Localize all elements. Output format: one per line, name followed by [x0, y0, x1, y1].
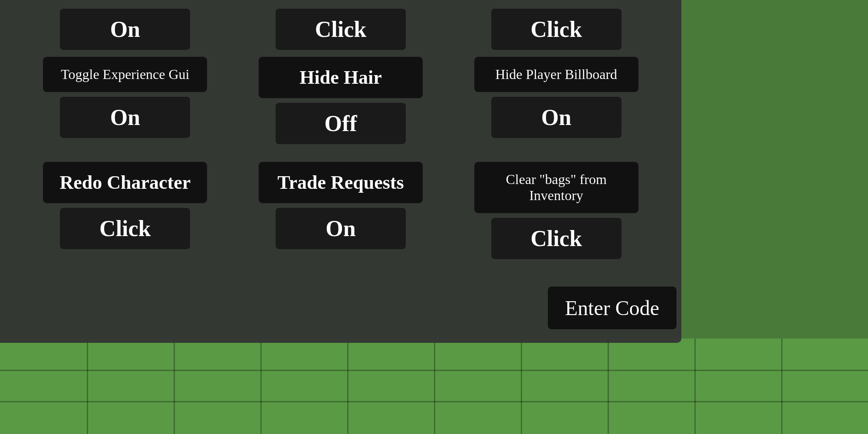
- grid-line: [174, 339, 175, 434]
- hide-hair-button[interactable]: Hide Hair: [258, 56, 423, 99]
- clear-bags-status[interactable]: Click: [491, 218, 621, 259]
- section-2: Redo Character Click Trade Requests On C…: [17, 161, 664, 259]
- hide-player-billboard-status[interactable]: On: [491, 97, 621, 138]
- trade-requests-button[interactable]: Trade Requests: [258, 161, 423, 204]
- grid-line: [0, 401, 868, 402]
- hide-player-billboard-button[interactable]: Hide Player Billboard: [474, 56, 639, 92]
- hide-hair-status[interactable]: Off: [276, 103, 406, 144]
- grid-line: [347, 339, 349, 434]
- top-status-btn-3[interactable]: Click: [491, 9, 621, 50]
- floor-area: [0, 339, 868, 434]
- top-row: On Click Click: [17, 9, 664, 50]
- grid-line: [87, 339, 88, 434]
- grid-line: [434, 339, 435, 434]
- redo-character-status[interactable]: Click: [60, 208, 190, 249]
- grid-line: [260, 339, 262, 434]
- cell-clear-bags: Clear "bags" from Inventory Click: [461, 161, 652, 259]
- grid-line: [0, 370, 868, 371]
- enter-code-button[interactable]: Enter Code: [547, 286, 677, 330]
- grid-line: [781, 339, 783, 434]
- main-panel: On Click Click Toggle Experience Gui On …: [0, 0, 681, 343]
- section-1: Toggle Experience Gui On Hide Hair Off H…: [17, 56, 664, 144]
- top-status-btn-1[interactable]: On: [60, 9, 190, 50]
- redo-character-button[interactable]: Redo Character: [43, 161, 207, 204]
- toggle-experience-gui-button[interactable]: Toggle Experience Gui: [43, 56, 207, 92]
- grid-line: [521, 339, 522, 434]
- cell-redo-character: Redo Character Click: [30, 161, 220, 259]
- clear-bags-button[interactable]: Clear "bags" from Inventory: [474, 161, 639, 214]
- trade-requests-status[interactable]: On: [276, 208, 406, 249]
- grid-line: [608, 339, 609, 434]
- cell-hide-hair: Hide Hair Off: [245, 56, 436, 144]
- gap: [17, 148, 664, 161]
- top-status-btn-2[interactable]: Click: [276, 9, 406, 50]
- cell-toggle-experience-gui: Toggle Experience Gui On: [30, 56, 220, 144]
- cell-hide-player-billboard: Hide Player Billboard On: [461, 56, 652, 144]
- grid-line: [694, 339, 696, 434]
- cell-trade-requests: Trade Requests On: [245, 161, 436, 259]
- toggle-experience-gui-status[interactable]: On: [60, 97, 190, 138]
